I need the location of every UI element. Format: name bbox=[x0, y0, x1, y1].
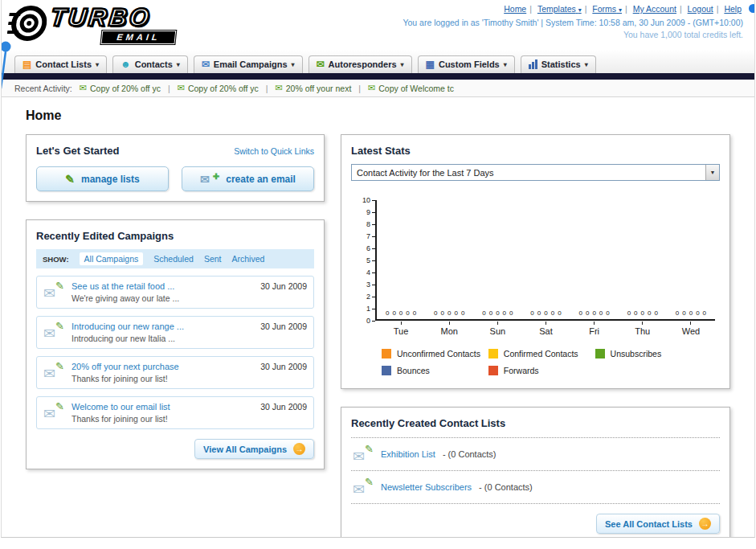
autoresponders-icon: ✉ bbox=[317, 59, 325, 69]
nav-logout-link[interactable]: Logout bbox=[688, 4, 713, 14]
nav-templates-link[interactable]: Templates ▾ bbox=[537, 4, 582, 14]
envelope-pencil-icon: ✉✎ bbox=[43, 281, 64, 301]
caret-down-icon: ▾ bbox=[177, 61, 180, 68]
caret-down-icon: ▾ bbox=[292, 61, 295, 68]
x-tick-label: Sun bbox=[473, 322, 521, 336]
envelope-pencil-icon: ✉✎ bbox=[43, 322, 64, 341]
campaign-title-link[interactable]: Introducing our new range ... bbox=[72, 322, 253, 331]
select-dropdown-arrow-icon[interactable]: ▼ bbox=[705, 165, 719, 180]
envelope-pencil-icon: ✉✎ bbox=[43, 362, 64, 381]
page: TURBO EMAIL Home| Templates ▾| Forms ▾| … bbox=[1, 0, 755, 538]
nav-separator: | bbox=[529, 4, 532, 14]
see-all-contact-lists-button[interactable]: See All Contact Lists → bbox=[596, 514, 720, 534]
plus-icon: ✚ bbox=[213, 172, 219, 181]
campaign-subtitle: Introducing our new Italia ... bbox=[72, 334, 253, 343]
statistics-icon bbox=[529, 59, 537, 69]
tab-email-campaigns[interactable]: ✉ Email Campaigns ▾ bbox=[194, 55, 303, 73]
caret-down-icon: ▾ bbox=[504, 61, 507, 68]
tab-autoresponders[interactable]: ✉ Autoresponders ▾ bbox=[309, 55, 412, 73]
recent-activity-item[interactable]: ✉20% off your next bbox=[276, 83, 352, 93]
contact-list-item[interactable]: ✉✎ Exhibition List - (0 Contacts) bbox=[351, 438, 720, 471]
campaign-subtitle: Thanks for joining our list! bbox=[72, 374, 253, 383]
view-all-campaigns-button[interactable]: View All Campaigns → bbox=[194, 439, 314, 459]
recent-activity-item[interactable]: ✉Copy of 20% off yc bbox=[178, 83, 259, 93]
switch-quick-links-link[interactable]: Switch to Quick Links bbox=[234, 146, 314, 156]
campaign-title-link[interactable]: Welcome to our email list bbox=[72, 402, 253, 412]
x-tick-label: Tue bbox=[377, 322, 425, 336]
show-label: SHOW: bbox=[43, 255, 69, 264]
nav-separator: | bbox=[625, 4, 627, 14]
activity-separator: | bbox=[266, 84, 268, 93]
campaign-subtitle: We're giving away our late ... bbox=[72, 293, 253, 303]
value-labels-group: 00000 bbox=[377, 309, 425, 317]
main-nav-tabbar: ▤ Contact Lists ▾ ☻ Contacts ▾ ✉ Email C… bbox=[2, 50, 754, 73]
caret-down-icon: ▾ bbox=[401, 61, 404, 68]
envelope-icon: ✉ bbox=[80, 83, 87, 93]
pointer-decoration bbox=[1, 40, 12, 90]
caret-down-icon: ▾ bbox=[578, 6, 582, 14]
filter-all-campaigns[interactable]: All Campaigns bbox=[80, 252, 144, 265]
filter-scheduled[interactable]: Scheduled bbox=[153, 254, 194, 264]
envelope-icon: ✉ bbox=[368, 83, 375, 93]
campaign-date: 30 Jun 2009 bbox=[260, 402, 307, 424]
contact-lists: ✉✎ Exhibition List - (0 Contacts) ✉✎ New… bbox=[351, 437, 720, 504]
nav-forms-link[interactable]: Forms ▾ bbox=[592, 4, 622, 14]
contact-lists-icon: ▤ bbox=[22, 59, 31, 69]
campaign-list-item[interactable]: ✉✎ See us at the retail food ... We're g… bbox=[36, 276, 314, 309]
recently-created-contact-lists-panel: Recently Created Contact Lists ✉✎ Exhibi… bbox=[341, 407, 730, 538]
nav-divider-bar bbox=[2, 73, 754, 80]
x-tick-label: Mon bbox=[425, 322, 473, 336]
nav-help-link[interactable]: Help bbox=[724, 4, 742, 14]
x-tick-label: Fri bbox=[570, 322, 619, 336]
contact-list-count: - (0 Contacts) bbox=[479, 482, 533, 492]
page-title: Home bbox=[26, 109, 730, 123]
value-labels-group: 00000 bbox=[667, 309, 715, 317]
campaign-date: 30 Jun 2009 bbox=[260, 322, 307, 343]
y-axis: 109876543210 bbox=[354, 200, 375, 321]
activity-separator: | bbox=[168, 84, 170, 93]
legend-item: Unconfirmed Contacts bbox=[382, 349, 488, 358]
tab-statistics[interactable]: Statistics ▾ bbox=[521, 55, 596, 73]
envelope-icon: ✉ bbox=[276, 83, 283, 93]
campaign-date: 30 Jun 2009 bbox=[260, 362, 307, 383]
turbo-email-logo: TURBO EMAIL bbox=[6, 3, 227, 47]
logo-text-email: EMAIL bbox=[100, 31, 176, 44]
header-nav: Home| Templates ▾| Forms ▾| My Account| … bbox=[403, 4, 743, 14]
contact-list-link[interactable]: Newsletter Subscribers bbox=[381, 482, 472, 492]
x-tick-label: Wed bbox=[667, 322, 715, 336]
campaign-title-link[interactable]: 20% off your next purchase bbox=[72, 362, 253, 371]
create-email-button[interactable]: ✉✚ create an email bbox=[182, 166, 314, 191]
email-campaigns-icon: ✉ bbox=[202, 59, 210, 69]
campaign-list-item[interactable]: ✉✎ Welcome to our email list Thanks for … bbox=[36, 396, 314, 429]
recent-activity-item[interactable]: ✉Copy of Welcome tc bbox=[368, 83, 454, 93]
recent-activity-item[interactable]: ✉Copy of 20% off yc bbox=[80, 83, 161, 93]
filter-archived[interactable]: Archived bbox=[231, 254, 264, 264]
nav-my-account-link[interactable]: My Account bbox=[633, 4, 676, 14]
tab-contacts[interactable]: ☻ Contacts ▾ bbox=[112, 55, 188, 73]
caret-down-icon: ▾ bbox=[619, 6, 622, 14]
caret-down-icon: ▾ bbox=[96, 61, 99, 68]
legend-item: Forwards bbox=[488, 366, 595, 375]
manage-lists-button[interactable]: ✎ manage lists bbox=[36, 166, 169, 191]
stats-range-select[interactable]: Contact Activity for the Last 7 Days ▼ bbox=[351, 164, 720, 181]
value-labels-group: 00000 bbox=[521, 309, 570, 317]
contact-list-item[interactable]: ✉✎ Newsletter Subscribers - (0 Contacts) bbox=[351, 471, 720, 504]
arrow-right-icon: → bbox=[699, 518, 711, 530]
tab-contact-lists[interactable]: ▤ Contact Lists ▾ bbox=[14, 55, 107, 73]
filter-sent[interactable]: Sent bbox=[204, 254, 222, 264]
campaign-title-link[interactable]: See us at the retail food ... bbox=[72, 281, 253, 291]
contact-list-count: - (0 Contacts) bbox=[443, 449, 497, 459]
credits-info: You have 1,000 total credits left. bbox=[403, 30, 743, 39]
header-right: Home| Templates ▾| Forms ▾| My Account| … bbox=[403, 4, 743, 39]
pointer-decoration bbox=[749, 4, 755, 13]
envelope-pencil-icon: ✉✎ bbox=[353, 477, 374, 497]
campaign-list-item[interactable]: ✉✎ Introducing our new range ... Introdu… bbox=[36, 316, 314, 349]
campaign-date: 30 Jun 2009 bbox=[260, 281, 307, 303]
tab-custom-fields[interactable]: ▦ Custom Fields ▾ bbox=[418, 55, 515, 73]
nav-home-link[interactable]: Home bbox=[504, 4, 526, 14]
value-labels-group: 00000 bbox=[570, 309, 619, 317]
main-content: Home Let's Get Started Switch to Quick L… bbox=[2, 97, 754, 538]
campaign-list-item[interactable]: ✉✎ 20% off your next purchase Thanks for… bbox=[36, 356, 314, 389]
contact-list-link[interactable]: Exhibition List bbox=[381, 449, 435, 459]
recent-activity-label: Recent Activity: bbox=[14, 84, 72, 93]
